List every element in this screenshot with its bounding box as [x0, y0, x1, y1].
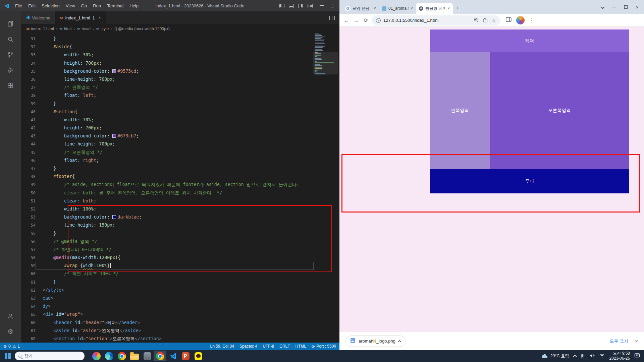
tab-close-icon[interactable]: × [99, 15, 101, 20]
tab-close-icon[interactable]: × [447, 6, 450, 11]
address-bar[interactable]: i 127.0.0.1:5500/index_1.html ☆ [372, 15, 500, 25]
code-line-67[interactable]: 67 <aside id="aside">왼쪽영역</aside> [21, 327, 314, 335]
split-editor-icon[interactable] [329, 16, 335, 20]
taskbar-weather[interactable]: 23°C 흐림 [541, 353, 569, 359]
site-info-icon[interactable]: i [376, 18, 381, 23]
code-line-44[interactable]: 44 line-height: 700px; [21, 140, 314, 148]
volume-icon[interactable] [589, 353, 595, 359]
source-control-icon[interactable] [2, 47, 18, 62]
browser-close-button[interactable]: × [636, 5, 639, 10]
show-all-downloads-link[interactable]: 모두 표시 [610, 338, 629, 344]
code-line-62[interactable]: 62</style> [21, 286, 314, 294]
minimap-slider[interactable] [313, 52, 338, 74]
browser-maximize-button[interactable] [624, 5, 628, 9]
code-line-42[interactable]: 42 height: 700px; [21, 124, 314, 132]
code-line-61[interactable]: 61 } [21, 278, 314, 286]
forward-icon[interactable]: → [353, 17, 360, 23]
code-line-60[interactable]: 60 /* 화면 사이즈 100% */ [21, 270, 314, 278]
code-line-58[interactable]: 58 @media(max-width:1200px){ [21, 254, 314, 262]
toggle-panel-icon[interactable] [289, 4, 294, 8]
breadcrumb-item[interactable]: head [82, 26, 91, 31]
code-line-53[interactable]: 53 background-color: darkblue; [21, 213, 314, 221]
toggle-sidebar-icon[interactable] [279, 4, 284, 8]
menu-edit[interactable]: Edit [25, 3, 39, 8]
code-line-55[interactable]: 55 } [21, 230, 314, 238]
live-server-port[interactable]: Port : 5500 [312, 344, 336, 349]
eol-sequence[interactable]: CRLF [279, 344, 290, 349]
hidden-icons-chevron[interactable] [573, 355, 577, 358]
wifi-icon[interactable] [599, 353, 605, 359]
start-button-icon[interactable] [5, 353, 11, 359]
taskbar-search-box[interactable]: 찾기 [15, 352, 85, 360]
download-item[interactable]: aromahill_logo.png [345, 336, 406, 347]
code-line-31[interactable]: 31 } [21, 35, 314, 43]
menu-terminal[interactable]: Terminal [104, 3, 126, 8]
tab-close-icon[interactable]: × [374, 6, 376, 11]
tab-close-icon[interactable]: × [411, 6, 413, 11]
toggle-secondary-sidebar-icon[interactable] [298, 4, 303, 8]
code-line-33[interactable]: 33 width: 30%; [21, 51, 314, 59]
code-line-36[interactable]: 36 line-height: 700px; [21, 75, 314, 83]
code-line-43[interactable]: 43 background-color: #673cb7; [21, 132, 314, 140]
tab-search-chevron-icon[interactable] [601, 5, 605, 9]
browser-minimize-button[interactable] [612, 7, 616, 7]
code-line-37[interactable]: 37 /* 왼쪽영역 */ [21, 83, 314, 92]
notification-center-icon[interactable] [634, 353, 640, 359]
tab-welcome[interactable]: Welcome [21, 11, 55, 24]
code-line-64[interactable]: 64dy> [21, 302, 314, 310]
code-line-51[interactable]: 51 clear: both; [21, 197, 314, 205]
settings-gear-icon[interactable]: ⚙ [2, 324, 18, 339]
code-editor[interactable]: 31 }32 #aside{33 width: 30%;34 height: 7… [21, 34, 339, 343]
taskbar-chrome-active-icon[interactable] [154, 351, 166, 361]
run-debug-icon[interactable] [2, 62, 18, 78]
code-line-38[interactable]: 38 float: left; [21, 92, 314, 100]
browser-tab-1[interactable]: G 보안 진단 × [342, 3, 379, 14]
code-line-57[interactable]: 57 /* 화면너비 0~1200px */ [21, 246, 314, 254]
code-line-47[interactable]: 47 } [21, 165, 314, 173]
code-line-32[interactable]: 32 #aside{ [21, 43, 314, 51]
code-line-56[interactable]: 56 /* @media 영역 */ [21, 238, 314, 246]
explorer-icon[interactable] [2, 16, 18, 32]
code-line-45[interactable]: 45 /* 오른쪽영역 */ [21, 148, 314, 157]
breadcrumb-item[interactable]: style [101, 26, 109, 31]
breadcrumb-item[interactable]: {} @media (max-width:1200px) [114, 26, 170, 31]
taskbar-powerpoint-icon[interactable]: P [179, 351, 192, 361]
taskbar-edge-icon[interactable] [103, 351, 115, 361]
back-icon[interactable]: ← [343, 17, 350, 23]
code-line-34[interactable]: 34 height: 700px; [21, 59, 314, 67]
code-line-40[interactable]: 40 #section{ [21, 108, 314, 116]
cursor-position[interactable]: Ln 59, Col 34 [210, 344, 234, 349]
taskbar-file-explorer-icon[interactable] [128, 351, 141, 361]
menu-run[interactable]: Run [90, 3, 104, 8]
code-line-65[interactable]: 65<div id="wrap"> [21, 310, 314, 318]
tab-index-1-html[interactable]: <> index_1.html 1 × [55, 11, 106, 24]
vscode-minimize-button[interactable] [320, 5, 324, 6]
breadcrumb-item[interactable]: index_1.html [31, 26, 54, 31]
taskbar-vscode-icon[interactable] [166, 351, 179, 361]
code-line-66[interactable]: 66 <header id="header">헤더</header> [21, 319, 314, 327]
browser-menu-kebab-icon[interactable]: ⋮ [529, 17, 534, 23]
account-icon[interactable] [2, 308, 18, 324]
code-line-48[interactable]: 48 #footer{ [21, 173, 314, 181]
taskbar-chrome-icon[interactable] [115, 351, 128, 361]
encoding[interactable]: UTF-8 [263, 344, 274, 349]
code-line-68[interactable]: 68 <section id="section">오른쪽영역</section> [21, 335, 314, 343]
new-tab-button[interactable]: + [456, 5, 460, 11]
search-icon[interactable] [2, 32, 18, 47]
taskbar-app-gray-icon[interactable] [141, 351, 154, 361]
menu-file[interactable]: File [12, 3, 25, 8]
code-line-54[interactable]: 54 line-height: 150px; [21, 221, 314, 229]
problems-indicator[interactable]: ⊗ 0 ⚠ 1 [3, 344, 20, 349]
customize-layout-icon[interactable] [308, 4, 313, 8]
code-line-63[interactable]: 63ead> [21, 294, 314, 302]
breadcrumb-item[interactable]: html [64, 26, 72, 31]
minimap[interactable] [315, 34, 336, 74]
code-line-50[interactable]: 50 clear: both; 를 주어 왼쪽영역, 오른쪽영역 아래로 위치 … [21, 189, 314, 197]
browser-tab-2[interactable]: 01_aroma hil × [379, 3, 416, 14]
reload-icon[interactable]: ⟳ [362, 17, 370, 23]
taskbar-clock[interactable]: 오전 9:58 2023-06-26 [609, 351, 630, 361]
code-line-52[interactable]: 52 width: 100%; [21, 205, 314, 213]
indentation[interactable]: Spaces: 4 [239, 344, 257, 349]
zoom-icon[interactable] [474, 17, 479, 23]
ime-indicator[interactable]: 한 [581, 353, 585, 359]
